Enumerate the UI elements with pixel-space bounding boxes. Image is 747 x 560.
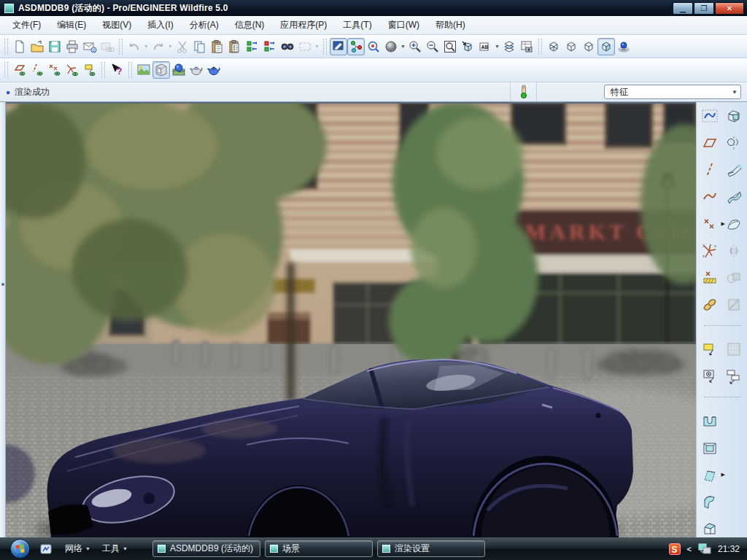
annotations-dropdown[interactable]: ▼: [494, 38, 500, 55]
close-button[interactable]: ✕: [715, 2, 744, 15]
hidden-line-button[interactable]: [562, 38, 580, 55]
toolbar-grip[interactable]: [323, 39, 327, 55]
datum-axis-tool-button[interactable]: [700, 160, 719, 179]
copy-button[interactable]: [191, 38, 209, 55]
network-tray-icon[interactable]: [698, 543, 711, 555]
pattern-tool-button[interactable]: [724, 340, 743, 359]
menu-info[interactable]: 信息(N): [227, 16, 273, 34]
note-tool-button[interactable]: [700, 340, 719, 359]
toolbar-grip[interactable]: [4, 62, 8, 78]
revolve-tool-button[interactable]: [724, 133, 743, 152]
hole-tool-button[interactable]: [700, 411, 719, 430]
repaint-button[interactable]: [330, 38, 347, 55]
toolbar-grip[interactable]: [538, 39, 542, 55]
mirror-tool-button[interactable]: [724, 241, 743, 260]
print-button[interactable]: [63, 38, 81, 55]
start-button[interactable]: [10, 539, 30, 559]
redo-button[interactable]: [150, 38, 167, 55]
no-hidden-button[interactable]: [580, 38, 597, 55]
chamfer-tool-button[interactable]: [700, 519, 719, 538]
undo-button[interactable]: [125, 38, 143, 55]
undo-dropdown[interactable]: ▼: [143, 38, 150, 55]
sketch-tool-button[interactable]: [700, 106, 719, 125]
menu-window[interactable]: 窗口(W): [380, 16, 427, 34]
feature-filter-select[interactable]: 特征 ▼: [604, 85, 741, 99]
paste-button[interactable]: [209, 38, 226, 55]
render-setup-button[interactable]: [152, 61, 170, 79]
menu-tools[interactable]: 工具(T): [335, 16, 379, 34]
render-region-button[interactable]: [205, 61, 222, 79]
boundary-blend-tool-button[interactable]: [724, 187, 743, 206]
extrude-tool-button[interactable]: [724, 106, 743, 125]
wireframe-button[interactable]: [545, 38, 562, 55]
merge-tool-button[interactable]: [724, 268, 743, 287]
draft-tool-button[interactable]: ▶: [700, 465, 719, 484]
datum-point-tool-button[interactable]: ▶: [700, 214, 719, 233]
datum-point-display-toggle[interactable]: [46, 61, 63, 79]
round-tool-button[interactable]: [700, 492, 719, 511]
datum-plane-tool-button[interactable]: [700, 133, 719, 152]
view-manager-button[interactable]: [518, 38, 535, 55]
task-button-render-settings[interactable]: 渲染设置: [377, 540, 485, 557]
menu-help[interactable]: 帮助(H): [427, 16, 473, 34]
cut-button[interactable]: [174, 38, 191, 55]
datum-axis-display-toggle[interactable]: [28, 61, 46, 79]
taskbar-menu-tools[interactable]: 工具 ▼: [96, 540, 133, 558]
restore-button[interactable]: ❐: [694, 2, 714, 15]
menu-insert[interactable]: 插入(I): [139, 16, 181, 34]
minimize-button[interactable]: ▁: [673, 2, 693, 15]
style-tool-button[interactable]: [724, 214, 743, 233]
sogou-tray-icon[interactable]: S: [669, 543, 681, 555]
spin-center-button[interactable]: [347, 38, 365, 55]
menu-file[interactable]: 文件(F): [4, 16, 49, 34]
reorient-button[interactable]: [459, 38, 476, 55]
save-button[interactable]: [46, 38, 63, 55]
datum-curve-tool-button[interactable]: [700, 187, 719, 206]
annotation-display-toggle[interactable]: [81, 61, 98, 79]
zoom-out-button[interactable]: [424, 38, 441, 55]
toolbar-grip[interactable]: [119, 39, 123, 55]
render-window-button[interactable]: [187, 61, 205, 79]
redo-dropdown[interactable]: ▼: [167, 38, 174, 55]
menu-applications[interactable]: 应用程序(P): [272, 16, 335, 34]
refit-button[interactable]: [441, 38, 459, 55]
menu-analysis[interactable]: 分析(A): [182, 16, 227, 34]
datum-plane-display-toggle[interactable]: [11, 61, 28, 79]
annotations-button[interactable]: AB: [476, 38, 494, 55]
render-environment-button[interactable]: [170, 61, 187, 79]
shaded-button[interactable]: [597, 38, 615, 55]
toolbar-grip[interactable]: [4, 39, 8, 55]
paste-special-button[interactable]: [226, 38, 244, 55]
copy-geometry-tool-button[interactable]: [700, 295, 719, 314]
navigator-sash[interactable]: [0, 102, 6, 537]
find-button[interactable]: [279, 38, 296, 55]
link-button[interactable]: [98, 38, 116, 55]
datum-csys-display-toggle[interactable]: [63, 61, 81, 79]
layers-button[interactable]: [500, 38, 518, 55]
trim-tool-button[interactable]: [724, 295, 743, 314]
shell-tool-button[interactable]: [700, 438, 719, 457]
tray-collapse-icon[interactable]: <: [687, 545, 692, 553]
select-special-dropdown[interactable]: ▼: [314, 38, 320, 55]
datum-csys-tool-button[interactable]: yzx: [700, 241, 719, 260]
regenerate-button[interactable]: [244, 38, 261, 55]
new-file-button[interactable]: [11, 38, 28, 55]
select-special-button[interactable]: [296, 38, 314, 55]
menu-edit[interactable]: 编辑(E): [49, 16, 94, 34]
enhanced-realism-button[interactable]: [615, 38, 632, 55]
menu-view[interactable]: 视图(V): [94, 16, 139, 34]
task-button-proe[interactable]: ASDMDDB9 (活动的) -...: [152, 540, 260, 557]
variable-section-sweep-tool-button[interactable]: [724, 160, 743, 179]
regenerate-manager-button[interactable]: [261, 38, 279, 55]
context-help-button[interactable]: ?: [108, 61, 125, 79]
sash-toggle[interactable]: [1, 283, 4, 286]
quick-launch-icon[interactable]: [40, 543, 52, 555]
toolbar-grip[interactable]: [128, 62, 132, 78]
graphics-viewport[interactable]: MARKT Cafe: [6, 102, 696, 537]
appearance-gallery-dropdown[interactable]: ▼: [400, 38, 406, 55]
traffic-light-icon[interactable]: [520, 85, 527, 99]
scenes-button[interactable]: [135, 61, 152, 79]
view-note-tool-button[interactable]: [700, 367, 719, 386]
task-button-scenes[interactable]: 场景: [265, 540, 373, 557]
appearance-gallery-button[interactable]: [382, 38, 400, 55]
